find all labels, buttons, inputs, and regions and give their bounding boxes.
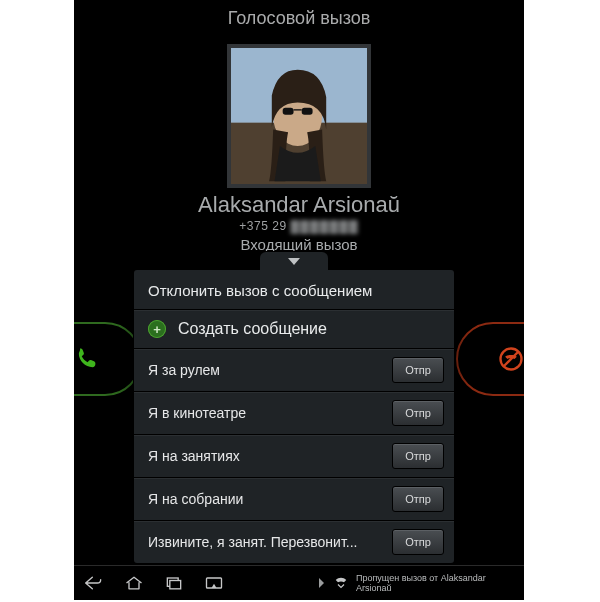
nav-screenshot-button[interactable] — [194, 566, 234, 600]
quick-reply-text: Я на собрании — [148, 491, 382, 507]
svg-rect-4 — [302, 108, 313, 115]
svg-rect-5 — [294, 109, 302, 110]
reject-panel-title: Отклонить вызов с сообщением — [134, 270, 454, 310]
answer-button[interactable] — [74, 322, 142, 396]
compose-message-label: Создать сообщение — [178, 320, 327, 338]
panel-collapse-handle[interactable] — [260, 252, 328, 270]
caller-name: Alaksandar Arsionaŭ — [74, 192, 524, 218]
screen-title: Голосовой вызов — [74, 8, 524, 29]
send-button[interactable]: Отпр — [392, 357, 444, 383]
nav-home-button[interactable] — [114, 566, 154, 600]
send-button[interactable]: Отпр — [392, 529, 444, 555]
quick-reply-row[interactable]: Я за рулем Отпр — [134, 349, 454, 392]
screenshot-icon — [204, 574, 224, 592]
svg-line-7 — [504, 352, 518, 366]
quick-reply-row[interactable]: Извините, я занят. Перезвонит... Отпр — [134, 521, 454, 563]
plus-icon: + — [148, 320, 166, 338]
svg-rect-9 — [170, 581, 181, 589]
recent-apps-icon — [164, 574, 184, 592]
quick-reply-text: Я за рулем — [148, 362, 382, 378]
caller-avatar — [227, 44, 371, 188]
reject-with-message-panel: Отклонить вызов с сообщением + Создать с… — [134, 270, 454, 563]
quick-reply-text: Извините, я занят. Перезвонит... — [148, 534, 382, 550]
quick-reply-row[interactable]: Я на занятиях Отпр — [134, 435, 454, 478]
reject-button[interactable] — [456, 322, 524, 396]
caret-right-icon — [319, 578, 324, 588]
home-icon — [124, 574, 144, 592]
missed-call-notification[interactable]: Пропущен вызов от Alaksandar Arsionaŭ — [332, 573, 524, 593]
quick-reply-text: Я на занятиях — [148, 448, 382, 464]
phone-prefix: +375 29 — [239, 219, 286, 233]
quick-reply-row[interactable]: Я на собрании Отпр — [134, 478, 454, 521]
send-button[interactable]: Отпр — [392, 443, 444, 469]
phone-masked: ▓▓▓▓▓▓▓ — [290, 219, 358, 233]
missed-call-icon — [332, 574, 350, 592]
system-navbar: Пропущен вызов от Alaksandar Arsionaŭ — [74, 565, 524, 600]
phone-slash-icon — [497, 345, 524, 373]
chevron-down-icon — [288, 258, 300, 265]
phone-icon — [74, 345, 101, 373]
back-icon — [84, 574, 104, 592]
caller-phone: +375 29 ▓▓▓▓▓▓▓ — [74, 219, 524, 233]
send-button[interactable]: Отпр — [392, 486, 444, 512]
compose-message-row[interactable]: + Создать сообщение — [134, 310, 454, 349]
svg-rect-3 — [283, 108, 294, 115]
nav-recent-button[interactable] — [154, 566, 194, 600]
avatar-image — [231, 48, 367, 184]
quick-reply-row[interactable]: Я в кинотеатре Отпр — [134, 392, 454, 435]
notification-text: Пропущен вызов от Alaksandar Arsionaŭ — [356, 573, 516, 593]
notification-caret[interactable] — [314, 578, 328, 588]
call-status: Входящий вызов — [74, 236, 524, 253]
nav-back-button[interactable] — [74, 566, 114, 600]
quick-reply-text: Я в кинотеатре — [148, 405, 382, 421]
send-button[interactable]: Отпр — [392, 400, 444, 426]
call-screen: Голосовой вызов Alaksandar Arsionaŭ +375… — [74, 0, 524, 600]
